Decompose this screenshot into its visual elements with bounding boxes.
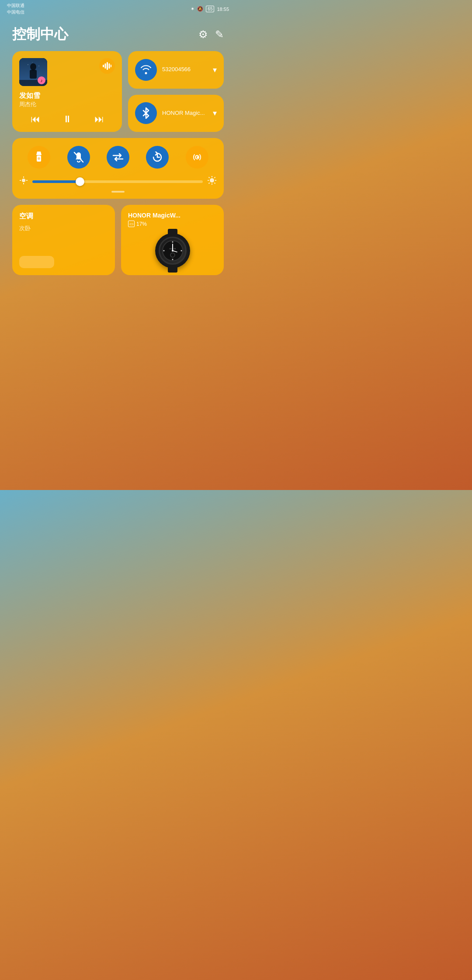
svg-point-40 <box>172 250 174 252</box>
music-app-icon: ♪ <box>38 76 45 84</box>
bluetooth-info: HONOR Magic... <box>162 110 208 117</box>
nfc-button[interactable] <box>186 146 208 169</box>
svg-rect-8 <box>103 65 104 67</box>
wifi-chevron-icon: ▾ <box>213 65 217 75</box>
pause-button[interactable]: ⏸ <box>62 114 72 125</box>
watch-image: HONOR <box>155 233 190 268</box>
edit-button[interactable]: ✎ <box>215 28 224 41</box>
status-bar: 中国联通 中国电信 ✶ 🔕 65 18:55 <box>0 0 236 17</box>
swap-button[interactable] <box>107 146 129 169</box>
svg-point-34 <box>172 242 173 243</box>
album-art: ♪ <box>19 58 47 86</box>
brightness-low-icon <box>19 176 28 187</box>
silent-button[interactable] <box>67 146 90 169</box>
svg-point-5 <box>30 63 36 70</box>
header-icons: ⚙ ✎ <box>198 28 224 41</box>
drag-dot <box>111 191 125 193</box>
music-card[interactable]: ♪ 发如雪 周杰伦 ⏮ ⏸ ⏭ <box>12 51 122 132</box>
bluetooth-icon-circle <box>135 102 157 124</box>
brightness-row <box>19 176 217 187</box>
svg-point-14 <box>38 157 40 160</box>
brightness-fill <box>32 180 80 183</box>
svg-line-29 <box>209 177 210 178</box>
svg-text:HONOR: HONOR <box>169 248 176 250</box>
watch-band-bottom <box>168 265 177 273</box>
svg-rect-6 <box>30 70 37 79</box>
bluetooth-status-icon: ✶ <box>191 6 194 12</box>
svg-rect-9 <box>105 63 106 69</box>
music-info: 发如雪 周杰伦 <box>19 91 115 108</box>
music-controls: ⏮ ⏸ ⏭ <box>19 114 115 125</box>
svg-rect-10 <box>107 62 108 70</box>
page-title: 控制中心 <box>12 25 68 44</box>
bluetooth-chevron-icon: ▾ <box>213 108 217 118</box>
ac-subtitle: 次卧 <box>19 224 108 232</box>
watch-battery: ▭ 17% <box>128 221 217 227</box>
drag-indicator <box>19 191 217 193</box>
watch-name: HONOR MagicW... <box>128 212 217 219</box>
brightness-track[interactable] <box>32 180 203 183</box>
svg-point-37 <box>163 250 164 252</box>
ac-unit-image <box>19 256 54 268</box>
svg-rect-12 <box>111 65 111 67</box>
wifi-info: 532004566 <box>162 66 208 73</box>
watch-battery-icon: ▭ <box>128 221 135 227</box>
controls-buttons <box>19 146 217 169</box>
flashlight-button[interactable] <box>28 146 50 169</box>
carrier1: 中国联通 <box>7 3 24 9</box>
carrier-info: 中国联通 中国电信 <box>7 3 24 15</box>
control-center-header: 控制中心 ⚙ ✎ <box>0 17 236 51</box>
time-display: 18:55 <box>217 7 229 12</box>
svg-point-3 <box>32 62 33 63</box>
bluetooth-label: HONOR Magic... <box>162 110 208 117</box>
watch-card[interactable]: HONOR MagicW... ▭ 17% <box>121 205 224 275</box>
wifi-icon-circle <box>135 59 157 81</box>
svg-point-24 <box>210 178 214 183</box>
prev-button[interactable]: ⏮ <box>31 114 40 125</box>
battery-level: 65 <box>206 6 214 12</box>
watch-face: HONOR <box>159 237 187 265</box>
svg-point-35 <box>180 250 182 252</box>
sound-wave-icon <box>99 58 115 74</box>
svg-line-31 <box>214 177 215 178</box>
svg-line-30 <box>214 183 215 183</box>
svg-rect-11 <box>109 63 110 69</box>
wifi-label: 532004566 <box>162 66 208 73</box>
main-content: ♪ 发如雪 周杰伦 ⏮ ⏸ ⏭ <box>0 51 236 275</box>
status-right: ✶ 🔕 65 18:55 <box>191 6 229 12</box>
rotate-button[interactable] <box>146 146 169 169</box>
watch-band-top <box>168 229 177 237</box>
controls-card <box>12 138 224 199</box>
wifi-card[interactable]: 532004566 ▾ <box>128 51 224 89</box>
brightness-high-icon <box>207 176 217 187</box>
row-bottom: 空调 次卧 HONOR MagicW... ▭ 17% <box>12 205 224 275</box>
music-artist: 周杰伦 <box>19 100 115 108</box>
music-title: 发如雪 <box>19 91 115 100</box>
right-col: 532004566 ▾ HONOR Magic... ▾ <box>128 51 224 132</box>
watch-battery-percent: 17% <box>136 221 147 227</box>
ac-card[interactable]: 空调 次卧 <box>12 205 115 275</box>
row-top: ♪ 发如雪 周杰伦 ⏮ ⏸ ⏭ <box>12 51 224 132</box>
music-top: ♪ <box>19 58 115 86</box>
svg-line-32 <box>209 183 210 183</box>
carrier2: 中国电信 <box>7 9 24 15</box>
svg-point-19 <box>22 179 25 182</box>
svg-point-4 <box>38 66 39 66</box>
bell-mute-icon: 🔕 <box>197 6 203 12</box>
next-button[interactable]: ⏭ <box>94 114 104 125</box>
bluetooth-card[interactable]: HONOR Magic... ▾ <box>128 95 224 132</box>
ac-title: 空调 <box>19 212 108 221</box>
svg-point-2 <box>28 64 28 65</box>
settings-button[interactable]: ⚙ <box>198 28 208 41</box>
brightness-thumb[interactable] <box>76 177 84 186</box>
svg-point-36 <box>172 259 173 260</box>
